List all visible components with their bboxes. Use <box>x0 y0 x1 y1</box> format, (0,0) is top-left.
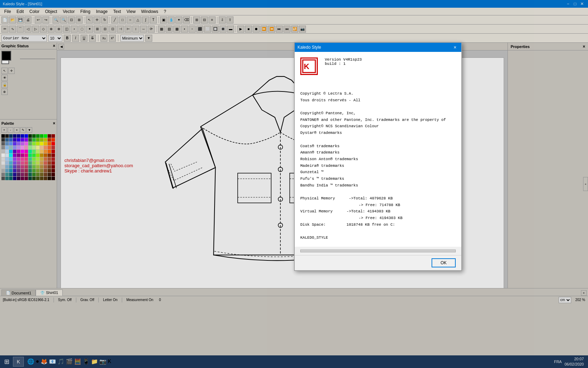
disk-space: Disk Space: 1018748 KB free on C: <box>300 222 456 228</box>
pantone1: Copyright© Pantone, Inc, <box>300 110 456 117</box>
disk-space-label: Disk Space: <box>300 223 326 227</box>
trademark-madeira: Madeira® trademarks <box>300 163 456 169</box>
kaledo-logo-icon: K <box>300 57 318 75</box>
trademark-gunzetal: Gunzetal ™ <box>300 169 456 176</box>
dialog-info: Copyright © Lectra S.A. Tous droits rése… <box>300 90 456 241</box>
disk-space-val: 1018748 KB free on C: <box>346 223 395 227</box>
dialog-ok-btn[interactable]: OK <box>432 258 456 267</box>
dialog-overlay: Kaledo Style × K Version V4R1sp23 build … <box>0 0 588 368</box>
copyright1: Copyright © Lectra S.A. <box>300 90 456 97</box>
trademark-robison: Robison Anton® trademarks <box>300 156 456 163</box>
virt-mem-label: Virtual Memory <box>300 209 332 213</box>
dialog-close-btn[interactable]: × <box>451 44 458 51</box>
build-line: build : 1 <box>325 62 456 66</box>
svg-text:K: K <box>304 62 309 71</box>
dialog-footer: OK <box>295 255 461 270</box>
phys-mem-free-val: -> Free: 714788 KB <box>359 203 400 207</box>
phys-mem: Physical Memory ->Total: 4079628 KB <box>300 195 456 202</box>
virt-mem-free-val: -> Free: 4194303 KB <box>359 216 402 220</box>
dialog-title: Kaledo Style <box>298 45 321 50</box>
about-dialog: Kaledo Style × K Version V4R1sp23 build … <box>294 42 462 271</box>
phys-mem-free: -> Free: 714788 KB <box>300 202 456 209</box>
dialog-title-bar: Kaledo Style × <box>295 43 461 52</box>
trademark-bandhu: Bandhu India ™ trademarks <box>300 182 456 189</box>
phys-mem-label: Physical Memory <box>300 196 335 200</box>
trademark-amann: Amann® trademarks <box>300 149 456 156</box>
virt-mem-free: -> Free: 4194303 KB <box>300 215 456 222</box>
phys-mem-total: ->Total: 4079628 KB <box>349 196 393 200</box>
kaledo-style-text: KALEDO_STYLE <box>300 234 456 241</box>
trademark-coats: Coats® trademarks <box>300 143 456 150</box>
dialog-progress-bar <box>300 250 456 252</box>
trademark-fufu: Fufu's ™ trademarks <box>300 176 456 182</box>
version-line: Version V4R1sp23 <box>325 57 456 62</box>
dialog-progress-fill <box>301 250 363 252</box>
ncs: Copyright© NCS Scandinavian Colour <box>300 123 456 130</box>
virt-mem: Virtual Memory ->Total: 4194303 KB <box>300 208 456 215</box>
dialog-progress-area <box>295 247 461 255</box>
dialog-version-area: Version V4R1sp23 build : 1 <box>325 57 456 66</box>
dialog-logo: K <box>300 57 318 75</box>
virt-mem-total: ->Total: 4194303 KB <box>346 209 390 213</box>
dystar: Dystar® trademarks <box>300 130 456 136</box>
copyright2: Tous droits réservés - All <box>300 97 456 104</box>
dialog-body: K Version V4R1sp23 build : 1 Copyright ©… <box>295 52 461 247</box>
pantone2: PANTONE® and other Pantone, Inc. tradema… <box>300 117 456 123</box>
